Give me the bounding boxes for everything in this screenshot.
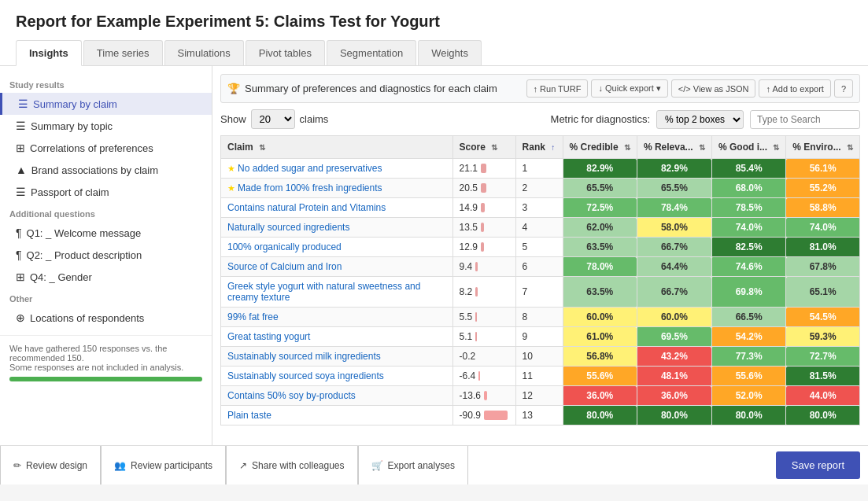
show-select[interactable]: 20 50 100 (251, 109, 295, 129)
sidebar-item-label: Q2: _ Product description (27, 249, 142, 261)
sort-relevance-icon: ⇅ (699, 143, 705, 152)
sidebar-item-brand-associations[interactable]: ▲ Brand associations by claim (0, 159, 212, 181)
tab-simulations[interactable]: Simulations (164, 40, 244, 65)
sort-credible-icon: ⇅ (624, 143, 630, 152)
score-bar (475, 287, 478, 297)
claim-link[interactable]: Greek style yogurt with natural sweetnes… (227, 281, 420, 303)
footer: ✏ Review design 👥 Review participants ↗ … (0, 445, 868, 484)
score-cell: 12.9 (452, 238, 515, 257)
review-participants-button[interactable]: 👥 Review participants (101, 446, 226, 485)
enviro-cell: 81.5% (786, 367, 860, 386)
credible-cell: 63.5% (563, 238, 637, 257)
save-report-button[interactable]: Save report (776, 451, 860, 479)
score-value: 12.9 (460, 241, 478, 252)
q2-icon: ¶ (16, 249, 22, 261)
rank-cell: 2 (515, 179, 563, 198)
table-row: Sustainably sourced milk ingredients -0.… (221, 347, 860, 367)
claim-link[interactable]: Contains natural Protein and Vitamins (227, 202, 386, 213)
main-content: 🏆 Summary of preferences and diagnostics… (212, 66, 868, 445)
col-header-good[interactable]: % Good i... ⇅ (711, 136, 785, 159)
score-bar (475, 312, 477, 322)
tab-segmentation[interactable]: Segmentation (327, 40, 416, 65)
sidebar-item-summary-by-claim[interactable]: ☰ Summary by claim (0, 93, 212, 115)
search-input[interactable] (750, 110, 860, 129)
credible-cell: 65.5% (563, 179, 637, 198)
claim-link[interactable]: 100% organically produced (227, 241, 342, 252)
claim-link[interactable]: Contains 50% soy by-products (227, 390, 356, 401)
claims-table: Claim ⇅ Score ⇅ Rank ↑ % Credible ⇅ % Re… (220, 135, 860, 425)
claim-link[interactable]: Naturally sourced ingredients (227, 222, 349, 233)
score-value: -6.4 (460, 370, 476, 381)
run-turf-button[interactable]: ↑ Run TURF (526, 79, 589, 98)
rank-cell: 8 (515, 308, 563, 327)
share-colleagues-label: Share with colleagues (252, 460, 344, 471)
sidebar-item-q2[interactable]: ¶ Q2: _ Product description (0, 244, 212, 266)
table-row: 99% fat free 5.5 8 60.0% 60.0% 66.5% 54.… (221, 308, 860, 327)
review-design-button[interactable]: ✏ Review design (0, 446, 101, 485)
sidebar-item-label: Correlations of preferences (30, 142, 153, 154)
claim-link[interactable]: Plain taste (227, 410, 271, 421)
enviro-cell: 67.8% (786, 257, 860, 277)
add-to-export-button[interactable]: ↑ Add to export (759, 79, 830, 98)
col-header-credible[interactable]: % Credible ⇅ (563, 136, 637, 159)
credible-cell: 61.0% (563, 327, 637, 347)
col-header-claim[interactable]: Claim ⇅ (221, 136, 453, 159)
page-title: Report for Example Experiment 5: Claims … (16, 13, 852, 31)
table-wrap: Claim ⇅ Score ⇅ Rank ↑ % Credible ⇅ % Re… (220, 135, 860, 425)
enviro-cell: 72.7% (786, 347, 860, 367)
tab-time-series[interactable]: Time series (83, 40, 163, 65)
sort-score-icon: ⇅ (491, 143, 497, 152)
sidebar-item-q4[interactable]: ⊞ Q4: _ Gender (0, 266, 212, 288)
progress-bar (9, 377, 202, 381)
score-cell: -13.6 (452, 386, 515, 406)
enviro-cell: 81.0% (786, 238, 860, 257)
relevance-cell: 66.7% (637, 238, 711, 257)
toolbar-actions: ↑ Run TURF ↓ Quick export ▾ </> View as … (526, 79, 853, 98)
rank-cell: 13 (515, 406, 563, 425)
content-toolbar: 🏆 Summary of preferences and diagnostics… (220, 74, 860, 103)
rank-cell: 12 (515, 386, 563, 406)
sidebar-item-q1[interactable]: ¶ Q1: _ Welcome message (0, 222, 212, 244)
star-icon: ★ (227, 164, 238, 173)
claim-link[interactable]: 99% fat free (227, 311, 279, 322)
enviro-cell: 59.3% (786, 327, 860, 347)
tab-weights[interactable]: Weights (418, 40, 482, 65)
claim-link[interactable]: Sustainably sourced soya ingredients (227, 370, 384, 381)
relevance-cell: 36.0% (637, 386, 711, 406)
relevance-cell: 80.0% (637, 406, 711, 425)
col-header-relevance[interactable]: % Releva... ⇅ (637, 136, 711, 159)
export-analyses-button[interactable]: 🛒 Export analyses (358, 446, 468, 485)
tab-pivot-tables[interactable]: Pivot tables (246, 40, 325, 65)
rank-cell: 11 (515, 367, 563, 386)
claim-link[interactable]: Great tasting yogurt (227, 331, 310, 342)
sidebar-item-locations[interactable]: ⊕ Locations of respondents (0, 307, 212, 329)
share-colleagues-button[interactable]: ↗ Share with colleagues (226, 446, 357, 485)
metric-select[interactable]: % top 2 boxes % top box Mean (656, 110, 744, 129)
good-cell: 69.8% (711, 277, 785, 308)
responses-note: Some responses are not included in analy… (9, 363, 202, 372)
help-button[interactable]: ? (834, 79, 853, 98)
sidebar-item-passport[interactable]: ☰ Passport of claim (0, 181, 212, 203)
col-header-score[interactable]: Score ⇅ (452, 136, 515, 159)
sidebar-item-summary-by-topic[interactable]: ☰ Summary by topic (0, 115, 212, 137)
claim-link[interactable]: Made from 100% fresh ingredients (238, 182, 382, 193)
col-header-enviro[interactable]: % Enviro... ⇅ (786, 136, 860, 159)
credible-cell: 78.0% (563, 257, 637, 277)
tab-insights[interactable]: Insights (16, 40, 82, 66)
correlations-icon: ⊞ (16, 142, 25, 154)
view-json-button[interactable]: </> View as JSON (671, 79, 756, 98)
claim-link[interactable]: Source of Calcium and Iron (227, 261, 342, 272)
rank-cell: 1 (515, 159, 563, 179)
score-cell: 21.1 (452, 159, 515, 179)
table-row: Naturally sourced ingredients 13.5 4 62.… (221, 218, 860, 238)
claim-link[interactable]: Sustainably sourced milk ingredients (227, 351, 381, 362)
quick-export-button[interactable]: ↓ Quick export ▾ (591, 79, 667, 98)
rank-cell: 3 (515, 198, 563, 218)
sidebar-item-correlations[interactable]: ⊞ Correlations of preferences (0, 137, 212, 159)
controls-left: Show 20 50 100 claims (220, 109, 328, 129)
share-icon: ↗ (239, 460, 247, 471)
claim-link[interactable]: No added sugar and preservatives (238, 163, 382, 174)
col-header-rank[interactable]: Rank ↑ (515, 136, 563, 159)
rank-cell: 5 (515, 238, 563, 257)
enviro-cell: 55.2% (786, 179, 860, 198)
